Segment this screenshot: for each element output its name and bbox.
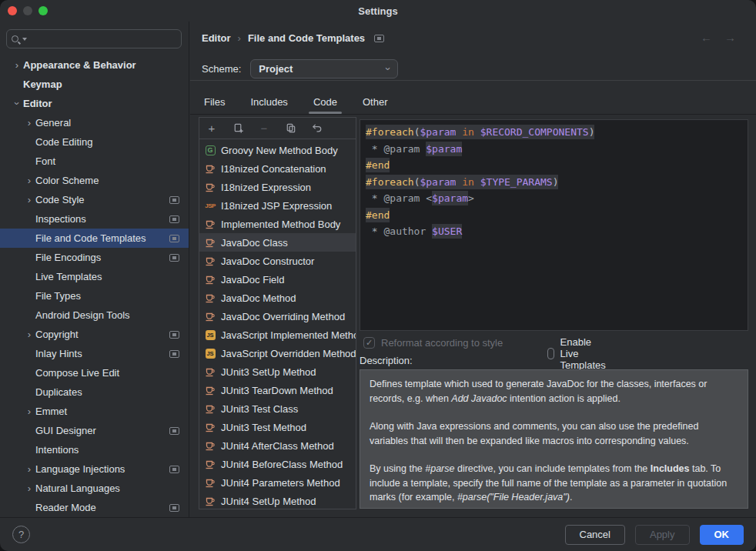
- template-item-i18nized-jsp-expression[interactable]: JSPI18nized JSP Expression: [199, 196, 356, 215]
- template-item-label: JUnit4 AfterClass Method: [221, 440, 334, 452]
- template-item-junit4-afterclass-method[interactable]: JUnit4 AfterClass Method: [199, 436, 356, 455]
- sidebar-item-label: Intentions: [35, 444, 79, 456]
- sidebar-item-code-style[interactable]: ›Code Style: [0, 190, 189, 209]
- sidebar-item-language-injections[interactable]: ›Language Injections: [0, 459, 189, 479]
- tab-code[interactable]: Code: [311, 89, 340, 114]
- sidebar-item-intentions[interactable]: ›Intentions: [0, 440, 189, 459]
- template-item-junit4-setup-method[interactable]: JUnit4 SetUp Method: [199, 492, 356, 510]
- forward-button[interactable]: →: [724, 31, 736, 44]
- chevron-right-icon[interactable]: ›: [23, 117, 35, 129]
- sidebar-item-label: Inspections: [35, 213, 86, 225]
- sidebar-item-general[interactable]: ›General: [0, 113, 189, 132]
- sidebar-item-emmet[interactable]: ›Emmet: [0, 402, 189, 421]
- sidebar-item-inlay-hints[interactable]: ›Inlay Hints: [0, 344, 189, 363]
- apply-button[interactable]: Apply: [635, 525, 690, 545]
- sidebar-item-label: Emmet: [35, 406, 67, 417]
- back-button[interactable]: ←: [701, 31, 712, 44]
- template-item-label: JavaDoc Field: [221, 274, 284, 286]
- chevron-right-icon[interactable]: ›: [23, 463, 35, 475]
- template-item-implemented-method-body[interactable]: Implemented Method Body: [199, 215, 356, 233]
- sidebar-item-code-editing[interactable]: ›Code Editing: [0, 132, 189, 152]
- breadcrumb-parent[interactable]: Editor: [202, 32, 231, 44]
- code-line: * @author $USER: [366, 223, 742, 240]
- sidebar-item-appearance-behavior[interactable]: ›Appearance & Behavior: [0, 55, 189, 75]
- tab-files[interactable]: Files: [202, 89, 227, 114]
- cancel-button[interactable]: Cancel: [565, 525, 625, 545]
- code-token: #foreach: [366, 175, 414, 189]
- sidebar-item-keymap[interactable]: ›Keymap: [0, 75, 189, 94]
- template-item-javascript-overridden-method[interactable]: JSJavaScript Overridden Method: [199, 344, 356, 362]
- template-item-javadoc-constructor[interactable]: JavaDoc Constructor: [199, 252, 356, 270]
- chevron-right-icon[interactable]: ›: [23, 483, 35, 494]
- code-token: $param: [420, 125, 456, 139]
- sidebar-item-reader-mode[interactable]: ›Reader Mode: [0, 498, 189, 517]
- template-item-javadoc-method[interactable]: JavaDoc Method: [199, 289, 356, 307]
- copy-template-button[interactable]: [284, 122, 296, 135]
- chevron-right-icon[interactable]: ›: [23, 329, 35, 340]
- search-options-caret-icon[interactable]: [22, 38, 27, 41]
- java-file-icon: [204, 218, 216, 230]
- sidebar-item-compose-live-edit[interactable]: ›Compose Live Edit: [0, 363, 189, 382]
- template-editor[interactable]: #foreach($param in $RECORD_COMPONENTS) *…: [360, 119, 748, 331]
- reset-to-default-button[interactable]: [310, 122, 323, 135]
- sidebar-item-duplicates[interactable]: ›Duplicates: [0, 382, 189, 402]
- template-item-junit3-test-class[interactable]: JUnit3 Test Class: [199, 399, 356, 418]
- add-template-button[interactable]: +: [206, 122, 218, 135]
- close-button[interactable]: [8, 6, 17, 15]
- template-item-junit4-parameters-method[interactable]: JUnit4 Parameters Method: [199, 473, 356, 492]
- chevron-right-icon[interactable]: ›: [11, 59, 23, 71]
- template-item-junit3-setup-method[interactable]: JUnit3 SetUp Method: [199, 362, 356, 381]
- sidebar-item-copyright[interactable]: ›Copyright: [0, 325, 189, 344]
- code-token: #end: [366, 208, 390, 222]
- sidebar-item-editor[interactable]: ›Editor: [0, 94, 189, 113]
- search-input[interactable]: [32, 33, 176, 45]
- sidebar-item-file-and-code-templates[interactable]: ›File and Code Templates: [0, 229, 189, 248]
- zoom-button[interactable]: [38, 6, 48, 15]
- template-item-junit4-beforeclass-method[interactable]: JUnit4 BeforeClass Method: [199, 455, 356, 473]
- java-file-icon: [204, 421, 216, 433]
- chevron-right-icon[interactable]: ›: [23, 194, 35, 205]
- enable-live-templates-checkbox[interactable]: Enable Live Templates: [547, 336, 610, 371]
- tab-includes[interactable]: Includes: [248, 89, 289, 114]
- sidebar-item-android-design-tools[interactable]: ›Android Design Tools: [0, 306, 189, 325]
- chevron-right-icon[interactable]: ›: [23, 406, 35, 417]
- search-field[interactable]: [6, 29, 182, 48]
- template-item-label: JavaDoc Overriding Method: [221, 311, 345, 322]
- description-text: directive, you can include templates fro…: [455, 463, 651, 474]
- tab-other[interactable]: Other: [360, 89, 390, 114]
- sidebar-item-file-types[interactable]: ›File Types: [0, 286, 189, 306]
- template-item-javadoc-field[interactable]: JavaDoc Field: [199, 270, 356, 289]
- description-paragraph: Defines template which used to generate …: [370, 377, 738, 406]
- screen-settings-icon: [169, 350, 179, 358]
- template-item-label: JUnit4 Parameters Method: [221, 477, 340, 489]
- sidebar-item-file-encodings[interactable]: ›File Encodings: [0, 248, 189, 267]
- remove-template-button[interactable]: −: [258, 122, 270, 135]
- description-panel[interactable]: Defines template which used to generate …: [360, 369, 748, 509]
- reformat-checkbox[interactable]: ✓ Reformat according to style: [363, 336, 503, 349]
- template-item-junit3-teardown-method[interactable]: JUnit3 TearDown Method: [199, 381, 356, 399]
- template-list[interactable]: GGroovy New Method BodyI18nized Concaten…: [199, 139, 356, 510]
- template-item-junit3-test-method[interactable]: JUnit3 Test Method: [199, 418, 356, 436]
- template-item-groovy-new-method-body[interactable]: GGroovy New Method Body: [199, 141, 356, 159]
- code-line: #foreach($param in $TYPE_PARAMS): [366, 174, 742, 191]
- create-child-template-button[interactable]: [232, 122, 244, 135]
- template-item-javascript-implemented-method[interactable]: JSJavaScript Implemented Method: [199, 326, 356, 344]
- chevron-right-icon[interactable]: ›: [23, 175, 35, 186]
- template-item-i18nized-concatenation[interactable]: I18nized Concatenation: [199, 159, 356, 178]
- sidebar-item-live-templates[interactable]: ›Live Templates: [0, 267, 189, 286]
- scheme-select[interactable]: Project ›: [250, 59, 398, 78]
- sidebar-item-gui-designer[interactable]: ›GUI Designer: [0, 421, 189, 440]
- template-item-i18nized-expression[interactable]: I18nized Expression: [199, 178, 356, 196]
- sidebar-item-inspections[interactable]: ›Inspections: [0, 209, 189, 229]
- code-token: $TYPE_PARAMS: [480, 175, 553, 189]
- sidebar-item-natural-languages[interactable]: ›Natural Languages: [0, 479, 189, 498]
- ok-button[interactable]: OK: [700, 525, 744, 545]
- sidebar-item-font[interactable]: ›Font: [0, 152, 189, 171]
- minimize-button[interactable]: [23, 6, 32, 15]
- template-item-javadoc-overriding-method[interactable]: JavaDoc Overriding Method: [199, 307, 356, 326]
- help-button[interactable]: ?: [12, 526, 30, 543]
- chevron-down-icon[interactable]: ›: [12, 98, 23, 110]
- sidebar-item-color-scheme[interactable]: ›Color Scheme: [0, 171, 189, 190]
- template-item-javadoc-class[interactable]: JavaDoc Class: [199, 233, 356, 252]
- template-item-label: JUnit3 SetUp Method: [221, 366, 316, 378]
